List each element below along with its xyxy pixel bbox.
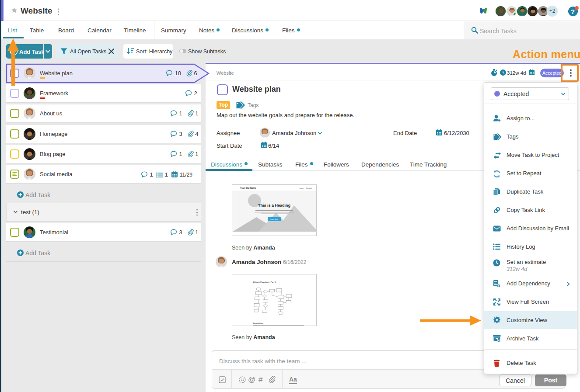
svg-text:?: ?	[571, 8, 575, 15]
svg-text:Home: Home	[299, 187, 304, 189]
svg-text:Contact: Contact	[306, 187, 312, 189]
svg-text:Learn More: Learn More	[270, 219, 278, 220]
svg-text:Your Site Name: Your Site Name	[240, 187, 256, 189]
svg-text:Description:: Description:	[253, 322, 263, 324]
svg-text:This is a Heading: This is a Heading	[258, 203, 290, 208]
